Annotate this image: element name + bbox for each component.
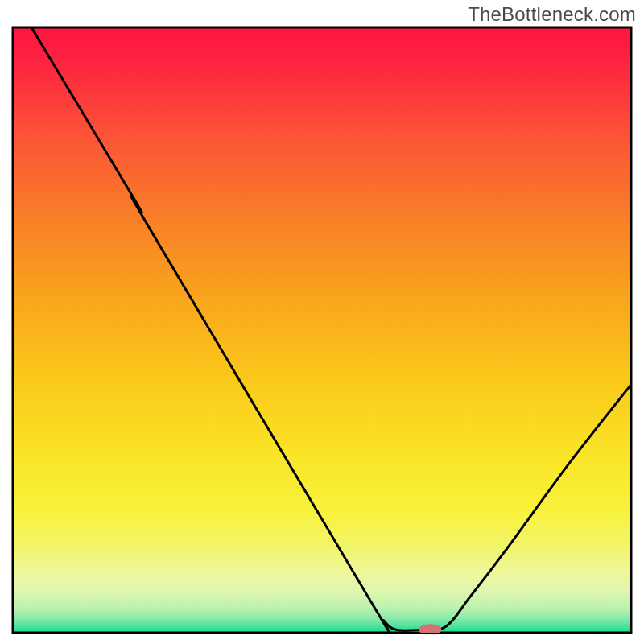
bottleneck-chart [0,0,644,644]
gradient-background [13,27,631,633]
plot-area [13,27,631,638]
watermark-label: TheBottleneck.com [468,3,636,26]
chart-container: TheBottleneck.com [0,0,644,644]
